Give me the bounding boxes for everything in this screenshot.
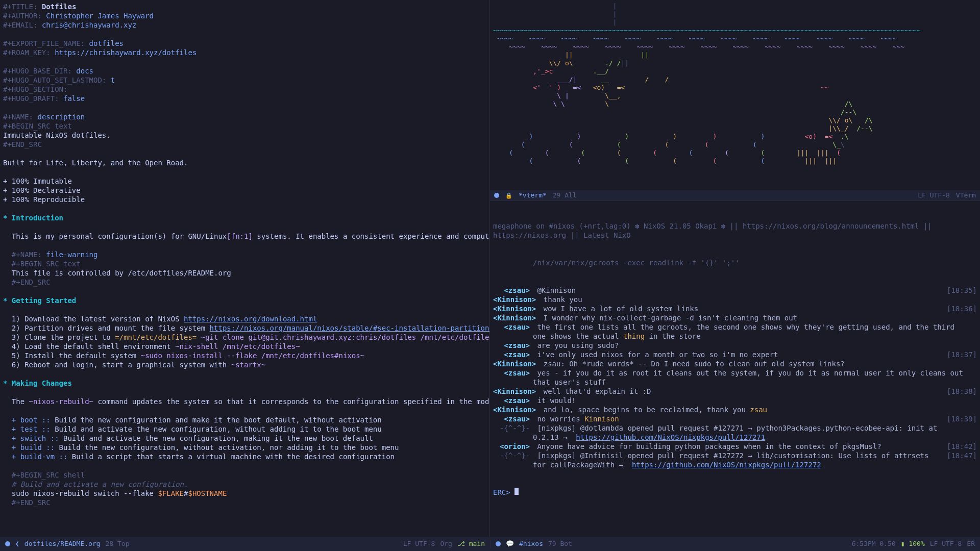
channel-name: #nixos [519,540,543,548]
erc-message: <Kinnison> well that'd explain it :D[18:… [493,387,977,396]
erc-message: <zsau> i've only used nixos for a month … [493,350,977,359]
status-dot-icon [5,541,10,546]
chat-icon: 💬 [506,540,514,548]
erc-message: <zsau> yes - if you do it as root it cle… [493,368,977,387]
buffer-position: 79 Bot [548,540,572,548]
erc-prompt[interactable]: ERC> [493,488,977,497]
erc-message: <Kinnison> I wonder why nix-collect-garb… [493,313,977,322]
battery-icon: 100% [901,540,925,548]
erc-message: -{^-^}- [nixpkgs] @dotlambda opened pull… [493,423,977,442]
major-mode: ER [967,540,975,548]
erc-message-list: <zsau> @Kinnison[18:35]<Kinnison> thank … [493,286,977,469]
back-icon[interactable]: ❮ [15,540,19,548]
vterm-buffer[interactable]: | | | ~~~~~~~~~~~~~~~~~~~~~~~~~~~~~~~~~~… [490,0,980,201]
buffer-position: 28 Top [106,540,130,548]
cursor-icon [514,488,519,495]
erc-message: <zsau> no worries Kinnison[18:39] [493,414,977,423]
erc-topic: megaphone on #nixos (+nrt,lag:0) ✽ NixOS… [493,221,977,240]
vterm-ascii-art: | | | ~~~~~~~~~~~~~~~~~~~~~~~~~~~~~~~~~~… [493,2,977,165]
erc-message: <Kinnison> and lo, space begins to be re… [493,405,977,414]
erc-message: <zsau> it would! [493,396,977,405]
erc-message: <zsau> @Kinnison[18:35] [493,286,977,295]
buffer-position: 29 All [553,191,577,200]
status-dot-icon [494,193,499,198]
erc-message: <zsau> are you using sudo? [493,341,977,350]
clock-label: 6:53PM 0.50 [852,540,896,548]
git-branch: ⎇ main [457,540,485,548]
erc-message: <zsau> the first one lists all the gcroo… [493,322,977,341]
buffer-name: *vterm* [519,191,547,200]
status-dot-icon [496,541,501,546]
lock-icon [505,191,512,200]
vterm-modeline: *vterm* 29 All LF UTF-8 VTerm [490,190,980,201]
erc-message: -{^-^}- [nixpkgs] @Infinisil opened pull… [493,451,977,469]
global-modeline: ❮ dotfiles/README.org 28 Top LF UTF-8 Or… [0,537,980,551]
major-mode: Org [440,540,452,548]
erc-message: <Kinnison> wow I have a lot of old syste… [493,304,977,313]
erc-buffer[interactable]: megaphone on #nixos (+nrt,lag:0) ✽ NixOS… [490,201,980,537]
encoding-label: LF UTF-8 [930,540,962,548]
encoding-label: LF UTF-8 [403,540,435,548]
org-content: #+TITLE: Dotfiles #+AUTHOR: Christopher … [3,2,486,507]
encoding-label: LF UTF-8 [918,191,950,200]
erc-message: <orion> Anyone have advice for building … [493,442,977,451]
erc-message: <Kinnison> thank you [493,295,977,304]
org-buffer[interactable]: #+TITLE: Dotfiles #+AUTHOR: Christopher … [0,0,490,537]
buffer-name: dotfiles/README.org [24,540,101,548]
erc-message: <Kinnison> zsau: Oh *rude words* -- Do I… [493,359,977,368]
major-mode: VTerm [956,191,976,200]
